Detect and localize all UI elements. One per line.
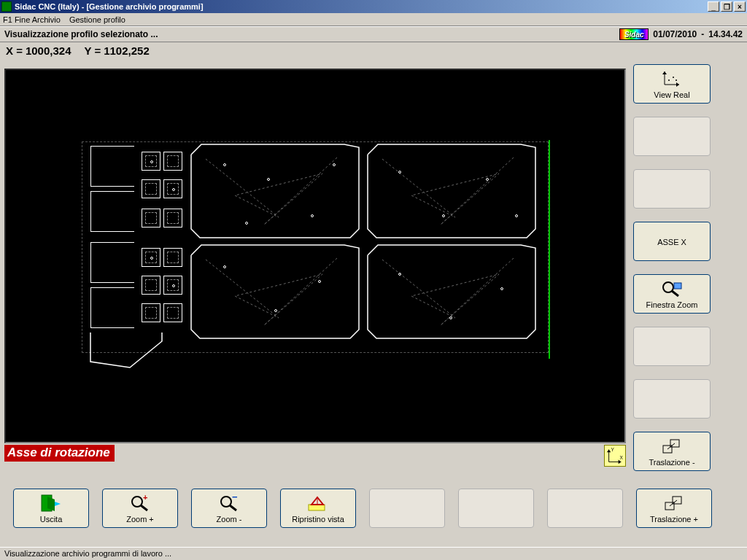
svg-rect-15 <box>674 283 681 289</box>
status-text: Visualizzazione archivio programmi di la… <box>4 549 171 558</box>
green-guide-line <box>549 140 550 359</box>
svg-point-22 <box>132 497 142 507</box>
tail-piece <box>86 332 166 370</box>
info-sep: - <box>701 29 704 39</box>
drill-point <box>398 171 401 174</box>
smallbox-2 <box>142 179 160 198</box>
ripristino-label: Ripristino vista <box>292 515 344 524</box>
side-empty-3[interactable] <box>633 327 711 366</box>
minimize-button[interactable]: _ <box>708 1 719 12</box>
ripristino-vista-button[interactable]: Ripristino vista <box>280 489 356 528</box>
drill-point <box>172 284 175 287</box>
app-icon <box>1 1 12 12</box>
svg-line-33 <box>670 500 677 506</box>
drill-point <box>274 309 277 312</box>
panel-top-right <box>368 144 535 241</box>
asse-x-button[interactable]: ASSE X <box>633 222 711 261</box>
drill-point <box>245 222 248 225</box>
side-empty-1[interactable] <box>633 117 711 156</box>
drill-point <box>398 273 401 276</box>
svg-text:X: X <box>620 455 624 460</box>
restore-button[interactable]: ❐ <box>721 1 732 12</box>
bracket-3 <box>90 242 134 283</box>
bottom-toolbar: Uscita + Zoom + − Zoom - Ripristino vist… <box>13 489 712 528</box>
menu-gestione-profilo[interactable]: Gestione profilo <box>69 15 125 24</box>
zoom-plus-label: Zoom + <box>126 515 154 524</box>
svg-marker-7 <box>676 82 679 87</box>
menu-fine-archivio[interactable]: F1 Fine Archivio <box>3 15 61 24</box>
smallbox-12 <box>163 303 182 322</box>
zoom-plus-icon: + <box>130 493 150 513</box>
smallbox-4 <box>163 152 182 171</box>
coord-y-val: 1102,252 <box>104 44 150 57</box>
drill-point <box>318 280 321 283</box>
drill-point <box>223 163 226 166</box>
uscita-button[interactable]: Uscita <box>13 489 89 528</box>
smallbox-10 <box>163 248 182 267</box>
traslazione-plus-button[interactable]: Traslazione + <box>636 489 712 528</box>
zoom-minus-icon: − <box>219 493 239 513</box>
drill-point <box>515 214 518 217</box>
drill-point <box>442 214 445 217</box>
side-empty-4[interactable] <box>633 379 711 419</box>
drill-point <box>500 287 503 290</box>
axes-icon <box>662 69 682 89</box>
orientation-icon[interactable]: XY <box>604 445 626 467</box>
bottom-empty-2[interactable] <box>458 489 534 528</box>
bracket-2 <box>90 191 134 232</box>
panel-bottom-right <box>368 245 535 341</box>
exit-icon <box>40 493 62 513</box>
asse-x-label: ASSE X <box>657 238 686 246</box>
bottom-empty-3[interactable] <box>547 489 623 528</box>
info-text: Visualizzazione profilo selezionato ... <box>4 29 158 39</box>
svg-point-11 <box>673 77 674 78</box>
bracket-4 <box>90 287 134 328</box>
drill-point <box>172 188 175 191</box>
traslazione-minus-label: Traslazione - <box>649 458 694 467</box>
zoom-minus-label: Zoom - <box>217 515 242 524</box>
titlebar: Sidac CNC (Italy) - [Gestione archivio p… <box>0 0 747 13</box>
traslazione-minus-button[interactable]: Traslazione - <box>633 432 711 471</box>
finestra-zoom-label: Finestra Zoom <box>646 300 698 309</box>
view-real-button[interactable]: View Real <box>633 64 711 104</box>
svg-point-25 <box>221 497 231 507</box>
view-real-label: View Real <box>654 90 689 99</box>
svg-point-12 <box>676 79 677 81</box>
status-bar: Visualizzazione archivio programmi di la… <box>0 547 747 560</box>
panel-bottom-left <box>191 245 359 341</box>
traslazione-plus-label: Traslazione + <box>650 515 698 524</box>
svg-text:Y: Y <box>611 447 614 452</box>
svg-line-14 <box>672 291 678 296</box>
translate-plus-icon <box>664 493 684 513</box>
sidac-logo: Sidac <box>619 28 649 40</box>
smallbox-3 <box>142 209 160 228</box>
svg-line-26 <box>230 505 236 510</box>
close-button[interactable]: × <box>734 1 746 12</box>
svg-text:+: + <box>143 494 147 502</box>
uscita-label: Uscita <box>40 515 63 524</box>
smallbox-6 <box>163 209 182 228</box>
restore-view-icon <box>307 493 329 513</box>
work-area: Asse di rotazione XY <box>4 69 626 466</box>
side-empty-2[interactable] <box>633 169 711 209</box>
drill-point <box>449 316 452 319</box>
svg-marker-1 <box>619 460 622 464</box>
side-toolbar: View Real ASSE X Finestra Zoom Traslazio… <box>633 64 711 471</box>
svg-point-10 <box>668 79 670 81</box>
drill-point <box>150 160 153 163</box>
drill-point <box>267 178 270 181</box>
zoom-plus-button[interactable]: + Zoom + <box>102 489 178 528</box>
menubar: F1 Fine Archivio Gestione profilo <box>0 13 747 26</box>
svg-line-23 <box>141 505 147 510</box>
svg-marker-21 <box>55 502 61 506</box>
bottom-empty-1[interactable] <box>369 489 445 528</box>
drill-point <box>333 163 336 166</box>
drill-point <box>486 178 489 181</box>
info-time: 14.34.42 <box>708 29 743 39</box>
info-bar: Visualizzazione profilo selezionato ... … <box>0 26 747 42</box>
finestra-zoom-button[interactable]: Finestra Zoom <box>633 274 711 314</box>
smallbox-9 <box>142 303 160 322</box>
zoom-minus-button[interactable]: − Zoom - <box>191 489 267 528</box>
cnc-canvas[interactable] <box>4 69 626 443</box>
svg-point-13 <box>663 282 673 292</box>
